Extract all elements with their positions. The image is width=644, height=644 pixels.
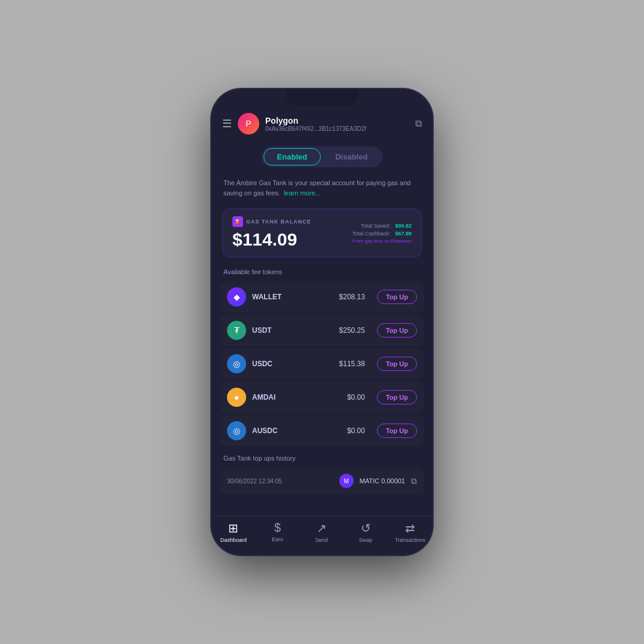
earn-icon: $ bbox=[274, 521, 281, 535]
token-row-wallet: ◆ WALLET $208.13 Top Up bbox=[220, 281, 424, 312]
history-section-label: Gas Tank top ups history bbox=[211, 449, 433, 465]
toggle-row: Enabled Disabled bbox=[211, 146, 433, 167]
token-row-amdai: ● AMDAI $0.00 Top Up bbox=[220, 382, 424, 413]
swap-icon: ↺ bbox=[361, 521, 371, 535]
token-name-amdai: AMDAI bbox=[252, 393, 341, 401]
token-amount-usdc: $115.38 bbox=[339, 360, 365, 368]
swap-label: Swap bbox=[359, 537, 373, 543]
bottom-nav: ⊞ Dashboard $ Earn ↗ Send ↺ Swap ⇄ Trans… bbox=[211, 516, 433, 555]
token-name-usdt: USDT bbox=[252, 326, 333, 335]
transactions-icon: ⇄ bbox=[405, 521, 415, 535]
gas-tank-icon: ⛽ bbox=[232, 216, 243, 227]
nav-item-transactions[interactable]: ⇄ Transactions bbox=[395, 521, 425, 543]
nav-item-swap[interactable]: ↺ Swap bbox=[351, 521, 381, 543]
wallet-network-icon: P bbox=[238, 113, 259, 134]
top-up-button-usdc[interactable]: Top Up bbox=[377, 357, 417, 371]
token-icon-ausdc: ◎ bbox=[227, 421, 246, 440]
phone-frame: ☰ P Polygon 0xAv36cB647f492...3B1c1373EA… bbox=[211, 89, 433, 555]
token-name-wallet: WALLET bbox=[252, 293, 333, 301]
balance-right: Total Saved: $90.82 Total Cashback: $67.… bbox=[352, 223, 412, 244]
gas-tank-balance-card: ⛽ GAS TANK BALANCE $114.09 Total Saved: … bbox=[222, 208, 422, 257]
nav-item-dashboard[interactable]: ⊞ Dashboard bbox=[219, 521, 249, 543]
total-saved-value: $90.82 bbox=[395, 223, 412, 229]
token-icon-wallet: ◆ bbox=[227, 287, 246, 306]
nav-item-earn[interactable]: $ Earn bbox=[263, 521, 293, 543]
menu-icon[interactable]: ☰ bbox=[222, 117, 232, 130]
total-saved-row: Total Saved: $90.82 bbox=[361, 223, 412, 229]
wallet-network-name: Polygon bbox=[265, 116, 409, 125]
token-name-usdc: USDC bbox=[252, 360, 333, 368]
token-row-ausdc: ◎ AUSDC $0.00 Top Up bbox=[220, 415, 424, 446]
token-icon-usdt: ₮ bbox=[227, 321, 246, 340]
disabled-button[interactable]: Disabled bbox=[322, 148, 381, 165]
token-row-usdt: ₮ USDT $250.25 Top Up bbox=[220, 315, 424, 346]
main-scroll-area: Available fee tokens ◆ WALLET $208.13 To… bbox=[211, 262, 433, 516]
phone-notch bbox=[286, 89, 358, 106]
token-icon-usdc: ◎ bbox=[227, 354, 246, 373]
gas-tank-label-row: ⛽ GAS TANK BALANCE bbox=[232, 216, 345, 227]
gas-fees-note: From gas fees on Ethereum bbox=[352, 238, 412, 244]
history-date: 30/06/2022 12:34:05 bbox=[227, 478, 333, 484]
dashboard-icon: ⊞ bbox=[228, 521, 238, 535]
top-up-button-wallet[interactable]: Top Up bbox=[377, 290, 417, 304]
wallet-info: Polygon 0xAv36cB647f492...3B1c1373EA3D2f bbox=[265, 116, 409, 132]
top-up-button-amdai[interactable]: Top Up bbox=[377, 390, 417, 404]
send-label: Send bbox=[315, 537, 328, 543]
token-amount-amdai: $0.00 bbox=[347, 393, 365, 401]
token-icon-amdai: ● bbox=[227, 388, 246, 407]
total-saved-label: Total Saved: bbox=[361, 223, 391, 229]
token-amount-ausdc: $0.00 bbox=[347, 427, 365, 435]
learn-more-link[interactable]: learn more... bbox=[284, 189, 321, 197]
balance-left: ⛽ GAS TANK BALANCE $114.09 bbox=[232, 216, 345, 250]
nav-item-send[interactable]: ↗ Send bbox=[306, 521, 336, 543]
gas-tank-balance-amount: $114.09 bbox=[232, 229, 345, 250]
history-list: 30/06/2022 12:34:05 M MATIC 0.00001 ⧉ bbox=[211, 468, 433, 494]
transactions-label: Transactions bbox=[395, 537, 425, 543]
history-token-icon: M bbox=[339, 474, 354, 488]
total-cashback-label: Total Cashback: bbox=[352, 231, 390, 237]
enable-disable-toggle: Enabled Disabled bbox=[262, 146, 383, 167]
enabled-button[interactable]: Enabled bbox=[263, 148, 321, 165]
history-token-info: MATIC 0.00001 bbox=[360, 477, 405, 484]
token-row-usdc: ◎ USDC $115.38 Top Up bbox=[220, 348, 424, 379]
total-cashback-row: Total Cashback: $67.89 bbox=[352, 231, 412, 237]
fee-tokens-label: Available fee tokens bbox=[211, 262, 433, 279]
token-list: ◆ WALLET $208.13 Top Up ₮ USDT $250.25 T… bbox=[211, 281, 433, 446]
gas-tank-label-text: GAS TANK BALANCE bbox=[246, 219, 311, 225]
send-icon: ↗ bbox=[317, 521, 327, 535]
total-cashback-value: $67.89 bbox=[395, 231, 412, 237]
phone-screen: ☰ P Polygon 0xAv36cB647f492...3B1c1373EA… bbox=[211, 89, 433, 555]
wallet-address: 0xAv36cB647f492...3B1c1373EA3D2f bbox=[265, 125, 409, 132]
dashboard-label: Dashboard bbox=[220, 537, 247, 543]
copy-address-icon[interactable]: ⧉ bbox=[415, 118, 422, 129]
top-up-button-ausdc[interactable]: Top Up bbox=[377, 424, 417, 438]
token-amount-wallet: $208.13 bbox=[339, 293, 365, 301]
earn-label: Earn bbox=[272, 536, 283, 542]
top-up-button-usdt[interactable]: Top Up bbox=[377, 323, 417, 338]
gas-tank-description: The Ambire Gas Tank is your special acco… bbox=[211, 172, 433, 204]
history-external-link[interactable]: ⧉ bbox=[411, 476, 417, 486]
history-row-0: 30/06/2022 12:34:05 M MATIC 0.00001 ⧉ bbox=[220, 468, 424, 494]
token-name-ausdc: AUSDC bbox=[252, 427, 341, 435]
token-amount-usdt: $250.25 bbox=[339, 326, 365, 335]
